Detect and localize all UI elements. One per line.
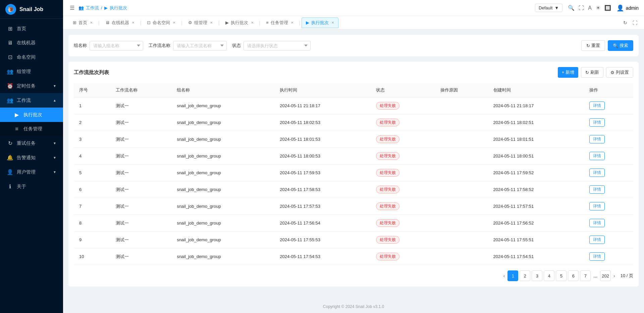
sidebar-item-workflow-batch[interactable]: ▶ 执行批次 (0, 108, 63, 122)
detail-button[interactable]: 详情 (589, 135, 605, 143)
detail-button[interactable]: 详情 (589, 102, 605, 110)
collapse-icon[interactable]: ☰ (68, 3, 76, 12)
page-button-2[interactable]: 2 (520, 270, 530, 281)
cell-action: 详情 (584, 148, 633, 165)
cell-group-name: snail_job_demo_group (171, 181, 274, 198)
tab-icon: ⚙ (188, 20, 192, 25)
status-select[interactable]: 请选择执行状态 (244, 41, 311, 51)
sidebar-item-home[interactable]: ⊞ 首页 (0, 21, 63, 36)
cell-id: 2 (74, 114, 110, 131)
workflow-icon-small: 👥 (78, 5, 84, 10)
detail-button[interactable]: 详情 (589, 202, 605, 210)
refresh-icon: ↻ (585, 70, 589, 75)
expand-tabs-icon[interactable]: ⛶ (631, 19, 639, 27)
page-button-4[interactable]: 4 (544, 270, 554, 281)
cell-workflow-name: 测试一 (110, 131, 171, 148)
tab-workflow-batch-active[interactable]: ▶ 执行批次 ✕ (302, 17, 338, 28)
sidebar-item-label: 任务管理 (23, 126, 42, 132)
page-content: 组名称 请输入组名称 工作流名称 请输入工作流名称 状态 请选择执行状态 ↻ (63, 29, 644, 300)
cell-group-name: snail_job_demo_group (171, 165, 274, 181)
theme-icon[interactable]: ☀ (596, 5, 600, 11)
detail-button[interactable]: 详情 (589, 252, 605, 261)
workflow-name-select[interactable]: 请输入工作流名称 (173, 41, 227, 51)
sidebar-item-namespace[interactable]: ⊡ 命名空间 (0, 50, 63, 64)
prev-page-button[interactable]: ‹ (502, 272, 506, 280)
tab-workflow-batch-1[interactable]: ▶ 执行批次 ✕ (221, 17, 258, 28)
cell-group-name: snail_job_demo_group (171, 215, 274, 232)
sidebar-item-label: 执行批次 (23, 112, 42, 118)
table-row: 5 测试一 snail_job_demo_group 2024-05-11 17… (74, 165, 633, 181)
tab-separator: | (218, 20, 220, 25)
column-settings-button[interactable]: ⚙ 列设置 (606, 67, 633, 78)
page-button-last[interactable]: 202 (600, 270, 611, 281)
cell-id: 5 (74, 165, 110, 181)
detail-button[interactable]: 详情 (589, 118, 605, 127)
table-row: 8 测试一 snail_job_demo_group 2024-05-11 17… (74, 215, 633, 232)
detail-button[interactable]: 详情 (589, 219, 605, 227)
tab-close-icon[interactable]: ✕ (173, 21, 175, 24)
page-button-7[interactable]: 7 (580, 270, 591, 281)
page-button-5[interactable]: 5 (556, 270, 567, 281)
refresh-tabs-icon[interactable]: ↻ (622, 19, 629, 27)
cell-group-name: snail_job_demo_group (171, 131, 274, 148)
sidebar-item-group[interactable]: 👥 组管理 (0, 64, 63, 79)
cell-status: 处理失败 (371, 114, 435, 131)
tab-home[interactable]: ⊞ 首页 ✕ (68, 17, 97, 28)
settings-icon[interactable]: 🔲 (604, 5, 611, 11)
sidebar-item-about[interactable]: ℹ 关于 (0, 179, 63, 194)
cell-workflow-name: 测试一 (110, 114, 171, 131)
refresh-button[interactable]: ↻ 刷新 (581, 67, 603, 78)
logo-icon: 🐌 (5, 4, 16, 15)
sidebar-logo[interactable]: 🐌 Snail Job (0, 0, 63, 19)
translate-icon[interactable]: A (588, 5, 592, 11)
cell-exec-time: 2024-05-11 17:57:53 (274, 198, 371, 215)
detail-button[interactable]: 详情 (589, 152, 605, 160)
tab-close-icon[interactable]: ✕ (331, 21, 334, 24)
tab-close-icon[interactable]: ✕ (210, 21, 213, 24)
cell-exec-time: 2024-05-11 17:54:53 (274, 248, 371, 265)
page-button-3[interactable]: 3 (532, 270, 542, 281)
table-actions: + 新增 ↻ 刷新 ⚙ 列设置 (558, 67, 633, 78)
group-name-select[interactable]: 请输入组名称 (90, 41, 143, 51)
cell-group-name: snail_job_demo_group (171, 198, 274, 215)
next-page-button[interactable]: › (612, 272, 616, 280)
tab-task-management[interactable]: ≡ 任务管理 ✕ (262, 17, 298, 28)
tab-namespace[interactable]: ⊡ 命名空间 ✕ (143, 17, 180, 28)
page-button-6[interactable]: 6 (568, 270, 579, 281)
sidebar-item-task-management[interactable]: ≡ 任务管理 (0, 122, 63, 136)
detail-button[interactable]: 详情 (589, 169, 605, 177)
col-id: 序号 (74, 83, 110, 98)
detail-button[interactable]: 详情 (589, 236, 605, 244)
detail-button[interactable]: 详情 (589, 185, 605, 194)
sidebar-item-workflow[interactable]: 👥 工作流 ▲ (0, 93, 63, 108)
sidebar-item-online-machines[interactable]: 🖥 在线机器 (0, 36, 63, 50)
sidebar-item-alert[interactable]: 🔔 告警通知 ▼ (0, 150, 63, 165)
tab-close-icon[interactable]: ✕ (291, 21, 293, 24)
home-icon: ⊞ (7, 25, 13, 32)
sidebar-item-user-management[interactable]: 👤 用户管理 ▼ (0, 165, 63, 179)
namespace-icon: ⊡ (7, 54, 13, 60)
tab-close-icon[interactable]: ✕ (251, 21, 254, 24)
cell-reason (435, 248, 488, 265)
user-icon: 👤 (7, 169, 13, 175)
user-menu[interactable]: 👤 admin (616, 4, 639, 12)
search-icon[interactable]: 🔍 (568, 5, 575, 11)
tab-close-icon[interactable]: ✕ (132, 21, 135, 24)
task-icon: ≡ (13, 126, 20, 132)
tab-online-machines[interactable]: 🖥 在线机器 ✕ (101, 17, 139, 28)
sidebar-item-retry-task[interactable]: ↻ 重试任务 ▼ (0, 136, 63, 150)
cell-status: 处理失败 (371, 248, 435, 265)
namespace-value: Default (539, 5, 552, 10)
new-button[interactable]: + 新增 (558, 67, 578, 78)
namespace-selector[interactable]: Default ▼ (535, 4, 562, 12)
cell-action: 详情 (584, 215, 633, 232)
tab-close-icon[interactable]: ✕ (90, 21, 93, 24)
tab-group-management[interactable]: ⚙ 组管理 ✕ (184, 17, 217, 28)
fullscreen-icon[interactable]: ⛶ (579, 5, 584, 11)
page-button-1[interactable]: 1 (507, 270, 518, 281)
reset-button[interactable]: ↻ 重置 (581, 40, 605, 51)
tab-label: 组管理 (194, 20, 207, 26)
breadcrumb-workflow: 工作流 (86, 5, 99, 11)
sidebar-item-timed-task[interactable]: ⏰ 定时任务 ▼ (0, 79, 63, 93)
search-button[interactable]: 🔍 搜索 (608, 40, 633, 51)
